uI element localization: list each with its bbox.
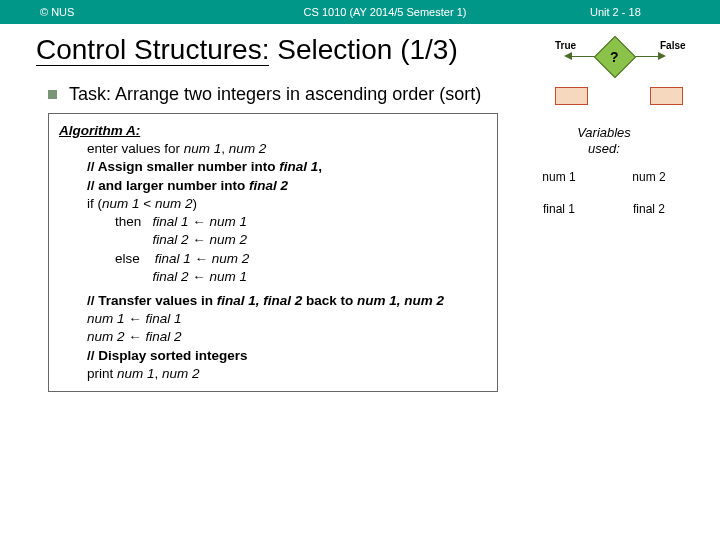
header-copyright: © NUS [0,6,180,18]
algo-line-4: if (num 1 < num 2) [59,195,487,213]
algo-line-3: // and larger number into final 2 [59,177,487,195]
variables-title: Variablesused: [514,125,694,156]
task-text: Task: Arrange two integers in ascending … [69,84,481,105]
var-final2: final 2 [604,202,694,216]
algo-title: Algorithm A: [59,122,487,140]
false-box-icon [650,87,683,105]
algo-line-2: // Assign smaller number into final 1, [59,158,487,176]
algo-line-8: final 2 ← num 1 [59,268,487,286]
title-prefix: Control Structures: [36,34,269,66]
arrow-head-right-icon [658,52,666,60]
algo-line-10: num 1 ← final 1 [59,310,487,328]
true-box-icon [555,87,588,105]
var-num1: num 1 [514,170,604,184]
algo-line-9: // Transfer values in final 1, final 2 b… [59,292,487,310]
true-label: True [555,40,576,51]
variables-panel: Variablesused: num 1 num 2 final 1 final… [514,113,694,392]
algo-line-11: num 2 ← final 2 [59,328,487,346]
decision-diagram: True False ? [550,42,690,82]
var-final1: final 1 [514,202,604,216]
algo-line-6: final 2 ← num 2 [59,231,487,249]
algo-line-5: then final 1 ← num 1 [59,213,487,231]
algo-line-12: // Display sorted integers [59,347,487,365]
algo-line-13: print num 1, num 2 [59,365,487,383]
header-course: CS 1010 (AY 2014/5 Semester 1) [180,6,590,18]
algorithm-box: Algorithm A: enter values for num 1, num… [48,113,498,392]
question-mark: ? [610,49,619,65]
algo-line-1: enter values for num 1, num 2 [59,140,487,158]
var-num2: num 2 [604,170,694,184]
bullet-icon [48,90,57,99]
algo-line-7: else final 1 ← num 2 [59,250,487,268]
title-suffix: Selection (1/3) [269,34,457,65]
arrow-head-left-icon [564,52,572,60]
header-page: Unit 2 - 18 [590,6,720,18]
slide-header: © NUS CS 1010 (AY 2014/5 Semester 1) Uni… [0,0,720,24]
false-label: False [660,40,686,51]
